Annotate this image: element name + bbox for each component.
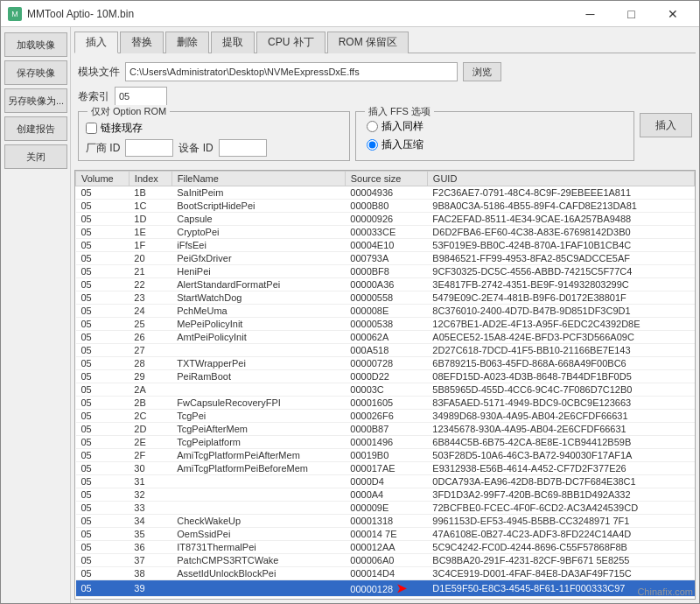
insert-compressed-label: 插入压缩 xyxy=(382,137,424,152)
col-guid: GUID xyxy=(427,172,694,186)
table-row[interactable]: 051FiFfsEei00004E1053F019E9-BB0C-424B-87… xyxy=(76,239,695,252)
main-window: M MMTool Aptio- 10M.bin ─ □ ✕ 加载映像 保存映像 … xyxy=(0,0,700,604)
create-report-button[interactable]: 创建报告 xyxy=(4,116,67,141)
table-row[interactable]: 052FAmiTcgPlatformPeiAfterMem00019B0503F… xyxy=(76,449,695,462)
form-section: 模块文件 浏览 卷索引 仅对 Option ROM 链 xyxy=(74,59,696,170)
module-file-label: 模块文件 xyxy=(78,65,120,80)
maximize-button[interactable]: □ xyxy=(612,5,651,23)
table-row[interactable]: 0538AssetIdUnlockBlockPei000014D43C4CE91… xyxy=(76,567,695,580)
option-rom-title: 仅对 Option ROM xyxy=(88,105,170,118)
option-rom-box: 仅对 Option ROM 链接现存 厂商 ID 设备 ID xyxy=(78,111,350,161)
app-icon: M xyxy=(8,7,22,21)
module-file-input[interactable] xyxy=(125,62,458,81)
main-content: 加载映像 保存映像 另存映像为... 创建报告 关闭 插入 替换 删除 提取 C… xyxy=(1,27,699,603)
table-row[interactable]: 0537PatchCMPS3RTCWake000006A0BC98BA20-29… xyxy=(76,554,695,567)
table-header-row: Volume Index FileName Source size GUID xyxy=(76,172,695,186)
device-id-input[interactable] xyxy=(219,139,267,157)
vendor-id-label: 厂商 ID xyxy=(86,141,120,156)
table-wrapper[interactable]: Volume Index FileName Source size GUID 0… xyxy=(75,171,695,599)
table-row[interactable]: 0528TXTWrapperPei000007286B789215-B063-4… xyxy=(76,357,695,370)
table-row[interactable]: 051CBootScriptHidePei0000B809B8A0C3A-518… xyxy=(76,200,695,213)
tab-extract[interactable]: 提取 xyxy=(211,32,255,53)
table-row[interactable]: 052A00003C5B85965D-455D-4CC6-9C4C-7F086D… xyxy=(76,383,695,397)
left-sidebar: 加载映像 保存映像 另存映像为... 创建报告 关闭 xyxy=(1,27,71,603)
close-window-button[interactable]: ✕ xyxy=(653,5,692,23)
insert-same-label: 插入同样 xyxy=(382,119,424,134)
watermark: Chinafix.com xyxy=(637,586,693,597)
table-row[interactable]: 0534CheckWakeUp000013189961153D-EF53-494… xyxy=(76,515,695,528)
table-row[interactable]: 0526AmtPeiPolicyInit000062AA05ECE52-15A8… xyxy=(76,331,695,344)
insert-btn-row: 插入 xyxy=(640,113,692,161)
table-row[interactable]: 051DCapsule00000926FAC2EFAD-8511-4E34-9C… xyxy=(76,213,695,226)
table-row[interactable]: 053A000000AC01BA0062E-C779-4582-8666-336… xyxy=(76,597,695,600)
table-row[interactable]: 052CTcgPei000026F634989D68-930A-4A95-AB0… xyxy=(76,410,695,423)
save-image-button[interactable]: 保存映像 xyxy=(4,60,67,85)
tab-delete[interactable]: 删除 xyxy=(165,32,209,53)
col-filename: FileName xyxy=(172,172,345,186)
table-row[interactable]: 051ECryptoPei000033CED6D2FBA6-EF60-4C38-… xyxy=(76,226,695,239)
table-row[interactable]: 052BFwCapsuleRecoveryFPI0000160583FA5AED… xyxy=(76,397,695,410)
col-index: Index xyxy=(129,172,172,186)
link-existing-label: 链接现存 xyxy=(101,121,143,136)
table-row[interactable]: 0527000A5182D27C618-7DCD-41F5-BB10-21166… xyxy=(76,344,695,357)
table-row[interactable]: 052ETcgPeiplatform000014966B844C5B-6B75-… xyxy=(76,436,695,449)
table-row[interactable]: 0524PchMeUma000008E8C376010-2400-4D7D-B4… xyxy=(76,305,695,318)
title-bar: M MMTool Aptio- 10M.bin ─ □ ✕ xyxy=(1,1,699,27)
window-controls: ─ □ ✕ xyxy=(570,5,692,23)
module-table: Volume Index FileName Source size GUID 0… xyxy=(75,171,695,599)
table-row[interactable]: 0530AmiTcgPlatformPeiBeforeMem000017AEE9… xyxy=(76,462,695,475)
table-row[interactable]: 0535OemSsidPei000014 7E47A6108E-0B27-4C2… xyxy=(76,528,695,541)
ffs-options-title: 插入 FFS 选项 xyxy=(365,105,434,118)
window-title: MMTool Aptio- 10M.bin xyxy=(27,8,134,20)
insert-same-row: 插入同样 xyxy=(367,119,623,134)
table-row[interactable]: 0525MePeiPolicyInit0000053812C67BE1-AD2E… xyxy=(76,318,695,331)
device-id-label: 设备 ID xyxy=(178,141,213,156)
module-file-row: 模块文件 浏览 xyxy=(78,62,692,81)
volume-index-row: 卷索引 xyxy=(78,87,692,106)
insert-compressed-row: 插入压缩 xyxy=(367,137,623,152)
table-row[interactable]: 0523StartWatchDog000005585479E09C-2E74-4… xyxy=(76,291,695,305)
insert-same-radio[interactable] xyxy=(367,121,378,132)
table-row[interactable]: 0533000009E72BCFBE0-FCEC-4F0F-6CD2-AC3A4… xyxy=(76,502,695,515)
vendor-id-input[interactable] xyxy=(125,139,173,157)
table-row[interactable]: 05320000A43FD1D3A2-99F7-420B-BC69-8BB1D4… xyxy=(76,488,695,502)
table-row[interactable]: 051BSaInitPeim00004936F2C36AE7-0791-48C4… xyxy=(76,186,695,200)
tab-bar: 插入 替换 删除 提取 CPU 补丁 ROM 保留区 xyxy=(74,31,696,53)
right-panel: 插入 替换 删除 提取 CPU 补丁 ROM 保留区 模块文件 浏览 卷索引 xyxy=(71,27,699,603)
table-section: Volume Index FileName Source size GUID 0… xyxy=(74,170,696,600)
table-row[interactable]: 0522AlertStandardFormatPei00000A363E4817… xyxy=(76,278,695,291)
title-bar-left: M MMTool Aptio- 10M.bin xyxy=(8,7,134,21)
table-row[interactable]: 0536IT8731ThermalPei000012AA5C9C4242-FC0… xyxy=(76,541,695,554)
save-as-button[interactable]: 另存映像为... xyxy=(4,88,67,113)
middle-panels: 仅对 Option ROM 链接现存 厂商 ID 设备 ID xyxy=(78,111,692,161)
ffs-options-box: 插入 FFS 选项 插入同样 插入压缩 xyxy=(355,111,634,161)
table-row[interactable]: 052DTcgPeiAfterMem0000B8712345678-930A-4… xyxy=(76,423,695,436)
tab-cpu-patch[interactable]: CPU 补丁 xyxy=(256,32,326,53)
col-source-size: Source size xyxy=(345,172,427,186)
col-volume: Volume xyxy=(76,172,130,186)
link-existing-checkbox[interactable] xyxy=(86,123,97,134)
table-row[interactable]: 0521HeniPei0000BF89CF30325-DC5C-4556-ABB… xyxy=(76,265,695,278)
insert-button[interactable]: 插入 xyxy=(640,113,692,137)
table-row[interactable]: 05310000D40DCA793A-EA96-42D8-BD7B-DC7F68… xyxy=(76,475,695,488)
table-row[interactable]: 0520PeiGfxDriver000793AB9846521-FF99-495… xyxy=(76,252,695,265)
tab-rom-reserved[interactable]: ROM 保留区 xyxy=(327,32,409,53)
volume-index-input[interactable] xyxy=(115,87,167,106)
volume-index-label: 卷索引 xyxy=(78,89,109,104)
link-existing-row: 链接现存 xyxy=(86,121,342,136)
insert-compressed-radio[interactable] xyxy=(367,139,378,151)
tab-insert[interactable]: 插入 xyxy=(74,32,118,53)
load-image-button[interactable]: 加载映像 xyxy=(4,32,67,57)
close-button[interactable]: 关闭 xyxy=(4,144,67,169)
table-row[interactable]: 053900000128 ➤D1E59F50-E8C3-4545-8F61-11… xyxy=(76,580,695,597)
id-row: 厂商 ID 设备 ID xyxy=(86,139,342,157)
table-row[interactable]: 0529PeiRamBoot0000D2208EFD15D-A023-4D3B-… xyxy=(76,370,695,383)
browse-button[interactable]: 浏览 xyxy=(463,62,501,81)
minimize-button[interactable]: ─ xyxy=(570,5,610,23)
tab-replace[interactable]: 替换 xyxy=(120,32,164,53)
